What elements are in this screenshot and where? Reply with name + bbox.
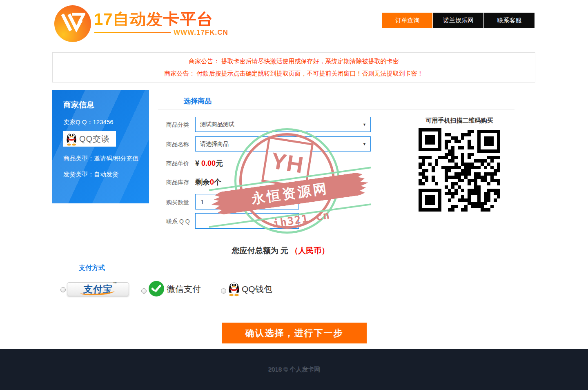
quantity-input[interactable] bbox=[195, 194, 299, 209]
qq-chat-button[interactable]: QQ交谈 bbox=[63, 131, 116, 147]
alipay-logo-button[interactable]: 支付宝™ bbox=[67, 282, 129, 296]
qq-wallet-icon[interactable] bbox=[227, 281, 241, 296]
notice-line-1: 商家公告： 提取卡密后请尽快激活使用或保存好，系统定期清除被提取的卡密 bbox=[189, 58, 399, 65]
seller-qq-value: 123456 bbox=[93, 118, 114, 125]
chevron-down-icon: ▼ bbox=[363, 123, 366, 127]
logo-underline bbox=[94, 32, 171, 33]
nav-order-query[interactable]: 订单查询 bbox=[382, 13, 432, 28]
unit-price-label: 商品单价 bbox=[166, 160, 191, 167]
notice-line-2: 商家公告： 付款后按提示点击确定跳转到提取页面，不可提前关闭窗口！否则无法提取到… bbox=[164, 70, 423, 77]
product-type-label: 商品类型： bbox=[63, 155, 94, 162]
product-type-value: 邀请码/积分充值 bbox=[94, 155, 138, 162]
logo-w-mark-icon bbox=[60, 13, 85, 36]
stock-value: 剩余0个 bbox=[195, 177, 221, 187]
category-label: 商品分类 bbox=[166, 121, 191, 129]
wechat-check-icon bbox=[151, 285, 161, 293]
confirm-next-step-button[interactable]: 确认选择，进行下一步 bbox=[222, 323, 367, 343]
quantity-label: 购买数量 bbox=[166, 199, 191, 206]
site-logo-icon[interactable] bbox=[54, 5, 91, 42]
price-unit: 元 bbox=[216, 159, 223, 167]
choose-product-title: 选择商品 bbox=[184, 96, 212, 106]
chevron-down-icon: ▼ bbox=[363, 142, 366, 146]
total-amount-line: 您应付总额为 元 （人民币） bbox=[158, 245, 403, 256]
wechat-pay-icon[interactable] bbox=[149, 281, 164, 296]
stock-suffix: 个 bbox=[214, 178, 221, 186]
delivery-type-row: 发货类型：自动发货 bbox=[63, 171, 149, 178]
price-currency: ¥ bbox=[195, 159, 201, 167]
seller-qq-row: 卖家Q Q：123456 bbox=[63, 118, 149, 126]
delivery-type-label: 发货类型： bbox=[63, 171, 94, 178]
wechat-radio[interactable] bbox=[141, 288, 147, 294]
nav-contact-service[interactable]: 联系客服 bbox=[484, 13, 535, 28]
stock-amount: 0 bbox=[210, 178, 214, 186]
stock-label: 商品库存 bbox=[166, 179, 191, 186]
site-title: 17自动发卡平台 bbox=[94, 8, 229, 26]
stock-prefix: 剩余 bbox=[195, 178, 210, 186]
category-select[interactable]: 测试商品测试 ▼ bbox=[195, 117, 371, 132]
price-amount: 0.00 bbox=[201, 159, 216, 167]
product-type-row: 商品类型：邀请码/积分充值 bbox=[63, 155, 149, 163]
seller-info-panel: 商家信息 卖家Q Q：123456 QQ交谈 商品类型：邀请码/积分充值 发货类… bbox=[52, 90, 149, 203]
stamp-green-line-top bbox=[209, 167, 371, 191]
alipay-radio[interactable] bbox=[60, 287, 66, 292]
seller-info-title: 商家信息 bbox=[63, 100, 149, 110]
product-name-select[interactable]: 请选择商品 ▼ bbox=[195, 136, 371, 152]
header: 17自动发卡平台 WWW.17FK.CN 订单查询 诺兰娱乐网 联系客服 bbox=[0, 0, 588, 47]
contact-qq-input[interactable] bbox=[195, 213, 299, 229]
footer: 2018 © 个人发卡网 bbox=[0, 349, 588, 390]
contact-qq-label: 联系 Q Q bbox=[166, 218, 191, 225]
total-prefix: 您应付总额为 元 bbox=[232, 246, 291, 255]
seller-qq-label: 卖家Q Q： bbox=[63, 118, 93, 125]
total-currency-note: （人民币） bbox=[290, 246, 329, 255]
section-divider bbox=[158, 109, 514, 109]
site-url: WWW.17FK.CN bbox=[174, 29, 228, 37]
top-nav: 订单查询 诺兰娱乐网 联系客服 bbox=[382, 13, 535, 28]
wechat-pay-label[interactable]: 微信支付 bbox=[167, 283, 201, 295]
qq-wallet-label[interactable]: QQ钱包 bbox=[242, 283, 272, 295]
unit-price-value: ¥ 0.00元 bbox=[195, 158, 223, 168]
footer-copyright: 2018 © 个人发卡网 bbox=[0, 365, 588, 373]
qq-penguin-icon bbox=[65, 132, 78, 146]
payment-options-row: 支付宝™ 微信支付 QQ钱包 bbox=[0, 281, 588, 301]
nav-nuolan-site[interactable]: 诺兰娱乐网 bbox=[433, 13, 483, 28]
alipay-tm: ™ bbox=[113, 281, 118, 285]
merchant-notice-box: 商家公告： 提取卡密后请尽快激活使用或保存好，系统定期清除被提取的卡密 商家公告… bbox=[52, 52, 535, 82]
delivery-type-value: 自动发货 bbox=[94, 171, 118, 178]
qq-wallet-radio[interactable] bbox=[221, 288, 226, 294]
category-selected-value: 测试商品测试 bbox=[200, 121, 234, 128]
stamp-monogram: YH bbox=[270, 147, 306, 178]
product-name-label: 商品名称 bbox=[166, 141, 191, 148]
payment-method-title: 支付方式 bbox=[79, 264, 105, 272]
qr-code-image bbox=[419, 128, 500, 213]
product-name-selected-value: 请选择商品 bbox=[200, 140, 229, 148]
page: 17自动发卡平台 WWW.17FK.CN 订单查询 诺兰娱乐网 联系客服 商家公… bbox=[0, 0, 588, 390]
qr-caption: 可用手机扫描二维码购买 bbox=[419, 117, 500, 125]
qq-chat-label: QQ交谈 bbox=[79, 134, 110, 145]
